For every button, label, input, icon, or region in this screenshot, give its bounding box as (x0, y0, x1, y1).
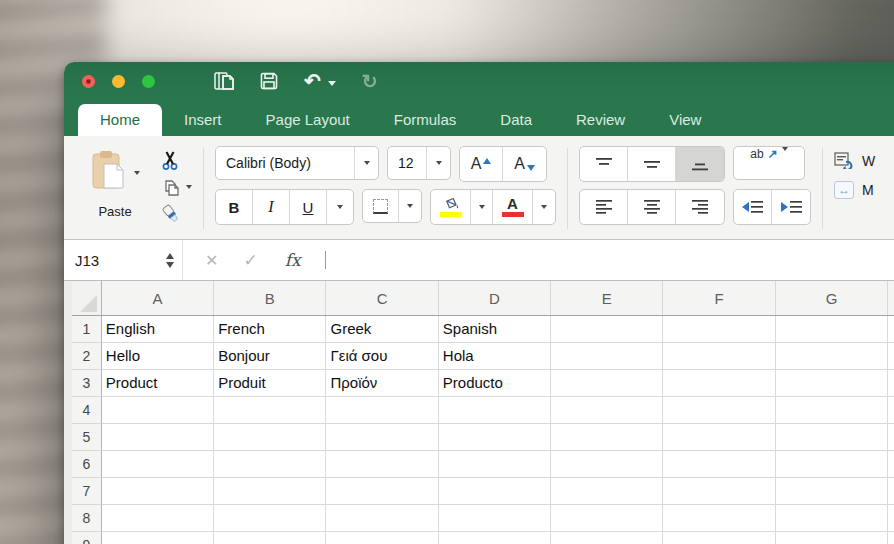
column-header-d[interactable]: D (439, 281, 551, 315)
cell-C3[interactable]: Προϊόν (326, 370, 438, 397)
column-header-g[interactable]: G (776, 281, 888, 315)
row-header-6[interactable]: 6 (72, 451, 102, 478)
cell-partial-1[interactable] (888, 316, 894, 343)
copy-dropdown-icon[interactable] (186, 185, 192, 189)
cell-B6[interactable] (214, 451, 326, 478)
cell-B2[interactable]: Bonjour (214, 343, 326, 370)
grow-font-button[interactable]: A (460, 147, 503, 181)
cell-C8[interactable] (326, 505, 438, 532)
cut-button[interactable] (161, 148, 192, 172)
underline-button[interactable]: U (290, 190, 327, 224)
copy-button[interactable] (161, 175, 192, 199)
select-all-corner[interactable] (72, 281, 102, 315)
formula-input[interactable] (301, 240, 894, 280)
cell-B9[interactable] (214, 532, 326, 544)
cell-F9[interactable] (663, 532, 775, 544)
minimize-button[interactable] (112, 75, 125, 88)
cell-A1[interactable]: English (102, 316, 214, 343)
format-painter-button[interactable] (161, 201, 192, 225)
cell-F1[interactable] (663, 316, 775, 343)
column-header-c[interactable]: C (326, 281, 438, 315)
cell-partial-4[interactable] (888, 397, 894, 424)
row-header-7[interactable]: 7 (72, 478, 102, 505)
cell-D7[interactable] (439, 478, 551, 505)
fill-color-dropdown-icon[interactable] (471, 190, 493, 224)
cell-C6[interactable] (326, 451, 438, 478)
cell-partial-2[interactable] (888, 343, 894, 370)
undo-icon[interactable]: ↶ (304, 72, 336, 90)
font-color-button[interactable]: A (493, 190, 533, 224)
font-size-select[interactable]: 12 (387, 146, 451, 180)
cell-C4[interactable] (326, 397, 438, 424)
row-header-1[interactable]: 1 (72, 316, 102, 343)
font-name-dropdown-icon[interactable] (354, 147, 378, 179)
shrink-font-button[interactable]: A (503, 147, 546, 181)
align-bottom-button[interactable] (676, 147, 724, 181)
cell-B3[interactable]: Produit (214, 370, 326, 397)
font-name-select[interactable]: Calibri (Body) (215, 146, 379, 180)
cell-E1[interactable] (551, 316, 663, 343)
cell-E9[interactable] (551, 532, 663, 544)
cell-B5[interactable] (214, 424, 326, 451)
cell-E8[interactable] (551, 505, 663, 532)
cell-E7[interactable] (551, 478, 663, 505)
cell-F8[interactable] (663, 505, 775, 532)
align-middle-button[interactable] (628, 147, 676, 181)
row-header-2[interactable]: 2 (72, 343, 102, 370)
row-header-4[interactable]: 4 (72, 397, 102, 424)
cell-B7[interactable] (214, 478, 326, 505)
cell-C1[interactable]: Greek (326, 316, 438, 343)
cell-G5[interactable] (776, 424, 888, 451)
cell-E6[interactable] (551, 451, 663, 478)
underline-dropdown-icon[interactable] (327, 190, 353, 224)
cell-G3[interactable] (776, 370, 888, 397)
cell-F2[interactable] (663, 343, 775, 370)
fill-color-button[interactable] (431, 190, 471, 224)
cell-partial-8[interactable] (888, 505, 894, 532)
cell-G4[interactable] (776, 397, 888, 424)
column-header-e[interactable]: E (551, 281, 663, 315)
redo-icon[interactable]: ↻ (362, 70, 378, 93)
cell-C7[interactable] (326, 478, 438, 505)
decrease-indent-button[interactable] (734, 190, 772, 224)
cell-partial-3[interactable] (888, 370, 894, 397)
save-icon[interactable] (260, 72, 278, 90)
tab-home[interactable]: Home (78, 104, 162, 136)
cell-D6[interactable] (439, 451, 551, 478)
cell-D3[interactable]: Producto (439, 370, 551, 397)
align-left-button[interactable] (580, 190, 628, 224)
cell-G9[interactable] (776, 532, 888, 544)
cell-G6[interactable] (776, 451, 888, 478)
align-top-button[interactable] (580, 147, 628, 181)
cell-E3[interactable] (551, 370, 663, 397)
cell-A3[interactable]: Product (102, 370, 214, 397)
font-color-dropdown-icon[interactable] (533, 190, 555, 224)
cell-B1[interactable]: French (214, 316, 326, 343)
cell-G1[interactable] (776, 316, 888, 343)
cell-A4[interactable] (102, 397, 214, 424)
close-button[interactable] (82, 75, 95, 88)
tab-review[interactable]: Review (554, 104, 647, 136)
insert-function-icon[interactable]: fx (285, 250, 301, 270)
font-size-dropdown-icon[interactable] (426, 147, 450, 179)
cell-D1[interactable]: Spanish (439, 316, 551, 343)
column-header-b[interactable]: B (214, 281, 326, 315)
name-box-spinner[interactable] (166, 253, 182, 268)
cell-D9[interactable] (439, 532, 551, 544)
orientation-button[interactable]: ab ↗ (733, 146, 805, 180)
name-box[interactable]: J13 (64, 240, 182, 280)
cell-D2[interactable]: Hola (439, 343, 551, 370)
enter-icon[interactable]: ✓ (243, 250, 257, 271)
borders-button[interactable] (363, 190, 399, 222)
cell-D8[interactable] (439, 505, 551, 532)
cell-A7[interactable] (102, 478, 214, 505)
cell-G8[interactable] (776, 505, 888, 532)
column-header-partial[interactable] (888, 281, 894, 315)
cell-E5[interactable] (551, 424, 663, 451)
tab-insert[interactable]: Insert (162, 104, 244, 136)
cell-C5[interactable] (326, 424, 438, 451)
cell-G2[interactable] (776, 343, 888, 370)
cell-F3[interactable] (663, 370, 775, 397)
column-header-a[interactable]: A (102, 281, 214, 315)
cell-partial-9[interactable] (888, 532, 894, 544)
